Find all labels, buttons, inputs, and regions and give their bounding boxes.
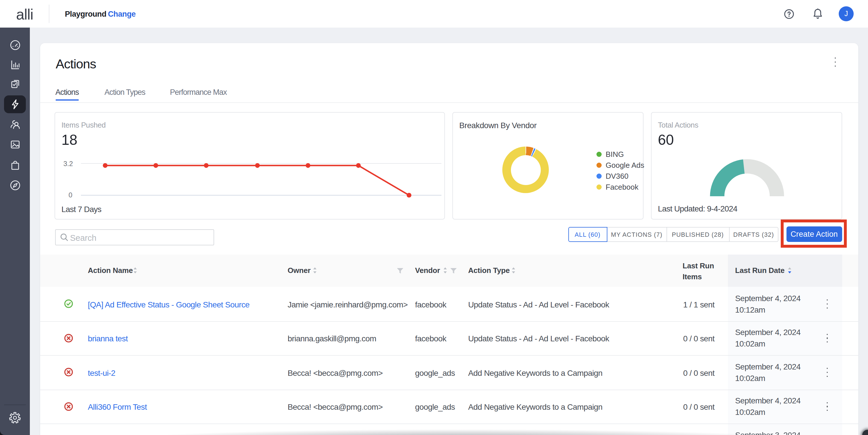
svg-text:3.2: 3.2 <box>63 160 73 168</box>
svg-text:0: 0 <box>69 191 72 199</box>
